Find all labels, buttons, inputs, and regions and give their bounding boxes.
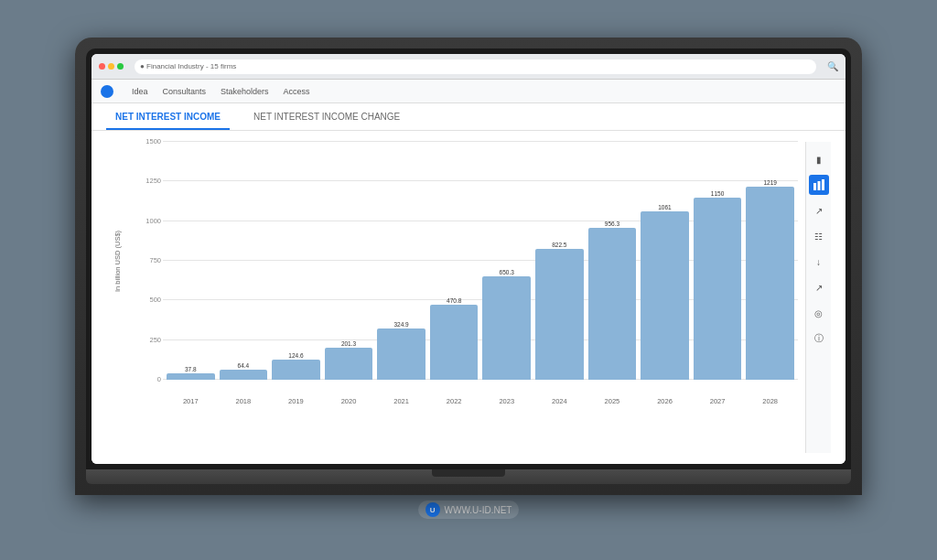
trend-up-icon[interactable]: ↗ xyxy=(809,200,829,221)
bar-group: 650.3 xyxy=(482,142,531,380)
minimize-dot[interactable] xyxy=(108,63,114,70)
bar-group: 956.3 xyxy=(588,142,637,380)
bar-chart-active-icon[interactable] xyxy=(809,175,829,195)
bar-group: 324.9 xyxy=(377,142,425,380)
bar-value-label: 470.8 xyxy=(447,297,461,304)
browser-dots xyxy=(99,63,124,70)
grid-label: 1500 xyxy=(134,137,161,145)
bars-wrapper: 37.864.4124.6201.3324.9470.8650.3822.595… xyxy=(167,142,794,380)
info-icon[interactable]: ⓘ xyxy=(809,328,829,349)
x-axis-label: 2027 xyxy=(694,397,742,405)
grid-label: 1000 xyxy=(134,217,161,225)
x-axis-label: 2018 xyxy=(220,397,268,405)
bar-value-label: 124.6 xyxy=(288,352,303,359)
nav-access[interactable]: Access xyxy=(284,87,310,96)
close-dot[interactable] xyxy=(99,63,105,70)
bar-value-label: 37.8 xyxy=(185,366,197,372)
browser-bar: ● Financial Industry - 15 firms 🔍 xyxy=(92,54,845,80)
tab-net-interest-income[interactable]: NET INTEREST INCOME xyxy=(106,104,230,130)
bar-value-label: 324.9 xyxy=(393,321,408,328)
bar[interactable] xyxy=(482,276,531,380)
eye-icon[interactable]: ◎ xyxy=(809,303,829,323)
bar-value-label: 1150 xyxy=(711,190,724,197)
bar-value-label: 822.5 xyxy=(552,242,566,248)
chart-inner: In billion USD (US$)02505007501000125015… xyxy=(134,142,798,405)
nav-stakeholders[interactable]: Stakeholders xyxy=(221,87,269,96)
bar-value-label: 201.3 xyxy=(341,340,356,347)
browser-search-icon[interactable]: 🔍 xyxy=(827,61,838,72)
bar-group: 64.4 xyxy=(220,142,268,380)
bar[interactable] xyxy=(325,348,373,380)
brand-url: WWW.U-ID.NET xyxy=(445,505,512,515)
tab-net-interest-income-change[interactable]: NET INTEREST INCOME CHANGE xyxy=(244,104,409,130)
x-axis-label: 2026 xyxy=(641,397,689,405)
brand-icon: U xyxy=(425,502,440,517)
bar-value-label: 650.3 xyxy=(500,269,514,275)
laptop-notch xyxy=(432,469,505,477)
bar-group: 1061 xyxy=(641,142,689,380)
bar-value-label: 956.3 xyxy=(605,221,619,227)
bar-chart-icon[interactable]: ▮ xyxy=(809,149,829,169)
x-axis-label: 2024 xyxy=(535,397,584,405)
grid-label: 750 xyxy=(134,256,161,264)
nav-idea[interactable]: Idea xyxy=(132,87,148,96)
bar[interactable] xyxy=(746,187,794,380)
laptop: ● Financial Industry - 15 firms 🔍 Idea C… xyxy=(75,38,862,495)
address-text: ● Financial Industry - 15 firms xyxy=(140,62,236,70)
bar[interactable] xyxy=(535,249,584,380)
bar-group: 470.8 xyxy=(430,142,479,380)
tab-bar: NET INTEREST INCOME NET INTEREST INCOME … xyxy=(92,103,845,131)
svg-rect-1 xyxy=(817,181,820,190)
bar[interactable] xyxy=(220,370,268,380)
x-axis-label: 2023 xyxy=(482,397,531,405)
screen-bezel: ● Financial Industry - 15 firms 🔍 Idea C… xyxy=(86,48,851,469)
bar-group: 37.8 xyxy=(167,142,215,380)
grid-label: 1250 xyxy=(134,177,161,185)
grid-icon[interactable]: ☷ xyxy=(809,226,829,246)
bottom-brand: U WWW.U-ID.NET xyxy=(75,501,862,519)
nav-consultants[interactable]: Consultants xyxy=(163,87,207,96)
address-bar[interactable]: ● Financial Industry - 15 firms xyxy=(135,59,816,74)
bar-value-label: 1061 xyxy=(658,204,671,210)
x-axis-label: 2028 xyxy=(746,397,794,405)
main-content: In billion USD (US$)02505007501000125015… xyxy=(92,131,845,464)
svg-rect-0 xyxy=(813,183,816,190)
svg-rect-2 xyxy=(822,179,824,190)
maximize-dot[interactable] xyxy=(117,63,124,70)
bar-group: 822.5 xyxy=(535,142,584,380)
bar-group: 1150 xyxy=(694,142,742,380)
nav-logo xyxy=(101,85,113,98)
bar-value-label: 1219 xyxy=(763,179,776,186)
bar[interactable] xyxy=(641,211,689,380)
grid-label: 0 xyxy=(134,375,161,383)
bar[interactable] xyxy=(430,305,479,380)
bar-group: 201.3 xyxy=(325,142,373,380)
screen: ● Financial Industry - 15 firms 🔍 Idea C… xyxy=(92,54,845,464)
brand-badge: U WWW.U-ID.NET xyxy=(418,501,520,519)
grid-label: 250 xyxy=(134,336,161,344)
bar[interactable] xyxy=(167,373,215,380)
sidebar-tools: ▮ ↗ ☷ ↓ ↗ ◎ ⓘ xyxy=(805,142,831,453)
download-icon[interactable]: ↓ xyxy=(809,252,829,272)
x-axis-label: 2020 xyxy=(325,397,373,405)
grid-label: 500 xyxy=(134,296,161,304)
x-axis-label: 2019 xyxy=(272,397,320,405)
x-axis-label: 2017 xyxy=(167,397,215,405)
bar-value-label: 64.4 xyxy=(238,362,250,369)
x-axis-label: 2022 xyxy=(430,397,479,405)
chart-area: In billion USD (US$)02505007501000125015… xyxy=(106,142,798,453)
bar[interactable] xyxy=(694,198,742,380)
bar-group: 124.6 xyxy=(272,142,320,380)
nav-bar: Idea Consultants Stakeholders Access xyxy=(92,80,845,103)
bar[interactable] xyxy=(588,228,637,380)
scene: ● Financial Industry - 15 firms 🔍 Idea C… xyxy=(75,38,862,522)
x-axis-label: 2025 xyxy=(588,397,637,405)
laptop-base xyxy=(86,469,851,484)
bar-group: 1219 xyxy=(746,142,794,380)
bar[interactable] xyxy=(272,360,320,380)
x-axis-labels: 2017201820192020202120222023202420252026… xyxy=(167,397,794,405)
x-axis-label: 2021 xyxy=(377,397,425,405)
y-axis-label: In billion USD (US$) xyxy=(113,142,122,380)
bar[interactable] xyxy=(377,328,425,380)
expand-icon[interactable]: ↗ xyxy=(809,277,829,297)
